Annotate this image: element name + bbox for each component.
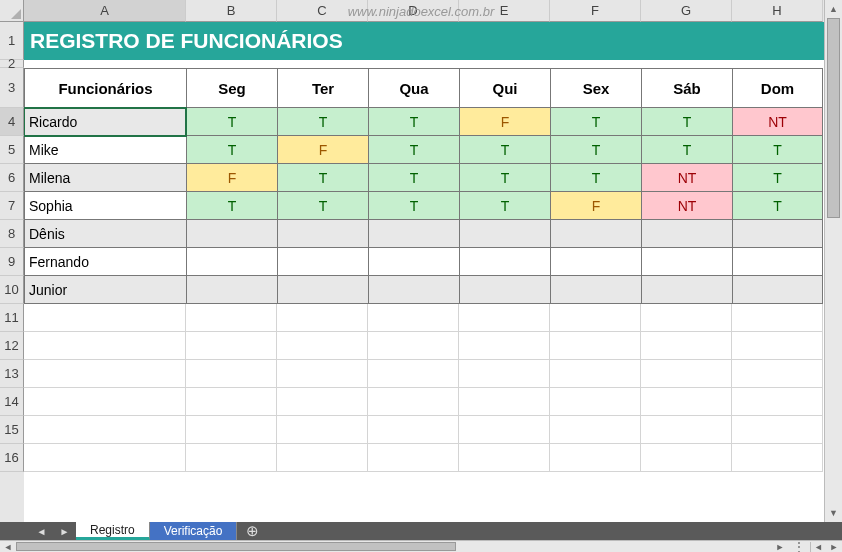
- empty-cell[interactable]: [368, 416, 459, 444]
- empty-cell[interactable]: [459, 388, 550, 416]
- data-cell[interactable]: T: [186, 108, 277, 136]
- empty-cell[interactable]: [277, 332, 368, 360]
- data-cell[interactable]: T: [459, 192, 550, 220]
- data-cell[interactable]: [459, 276, 550, 304]
- row-header-15[interactable]: 15: [0, 416, 24, 444]
- empty-cell[interactable]: [24, 360, 186, 388]
- data-cell[interactable]: T: [277, 108, 368, 136]
- empty-cell[interactable]: [186, 444, 277, 472]
- empty-cell[interactable]: [368, 332, 459, 360]
- data-cell[interactable]: [368, 220, 459, 248]
- scroll-end-arrow-icon[interactable]: ◄: [810, 542, 826, 552]
- empty-cell[interactable]: [277, 360, 368, 388]
- vertical-scroll-thumb[interactable]: [827, 18, 840, 218]
- employee-name-cell[interactable]: Junior: [24, 276, 186, 304]
- table-header-4[interactable]: Qui: [459, 68, 550, 108]
- column-header-B[interactable]: B: [186, 0, 277, 22]
- empty-cell[interactable]: [550, 388, 641, 416]
- data-cell[interactable]: [459, 248, 550, 276]
- scroll-right-arrow-icon[interactable]: ►: [772, 542, 788, 552]
- empty-cell[interactable]: [732, 444, 823, 472]
- data-cell[interactable]: T: [368, 108, 459, 136]
- empty-cell[interactable]: [24, 388, 186, 416]
- row-header-7[interactable]: 7: [0, 192, 24, 220]
- new-sheet-button[interactable]: ⊕: [237, 522, 267, 540]
- data-cell[interactable]: [277, 220, 368, 248]
- row-header-12[interactable]: 12: [0, 332, 24, 360]
- data-cell[interactable]: T: [277, 192, 368, 220]
- empty-cell[interactable]: [459, 360, 550, 388]
- row-header-4[interactable]: 4: [0, 108, 24, 136]
- empty-cell[interactable]: [732, 304, 823, 332]
- empty-cell[interactable]: [641, 360, 732, 388]
- data-cell[interactable]: [550, 220, 641, 248]
- empty-cell[interactable]: [186, 304, 277, 332]
- data-cell[interactable]: T: [732, 192, 823, 220]
- tab-prev-icon[interactable]: ◄: [37, 526, 47, 537]
- scroll-end2-arrow-icon[interactable]: ►: [826, 542, 842, 552]
- data-cell[interactable]: T: [732, 136, 823, 164]
- empty-cell[interactable]: [550, 304, 641, 332]
- row-header-8[interactable]: 8: [0, 220, 24, 248]
- data-cell[interactable]: [550, 276, 641, 304]
- data-cell[interactable]: [277, 276, 368, 304]
- row-header-13[interactable]: 13: [0, 360, 24, 388]
- employee-name-cell[interactable]: Fernando: [24, 248, 186, 276]
- data-cell[interactable]: [732, 276, 823, 304]
- vertical-scrollbar[interactable]: ▲ ▼: [824, 0, 842, 522]
- employee-name-cell[interactable]: Mike: [24, 136, 186, 164]
- empty-cell[interactable]: [277, 304, 368, 332]
- data-cell[interactable]: [368, 248, 459, 276]
- empty-cell[interactable]: [277, 416, 368, 444]
- table-header-2[interactable]: Ter: [277, 68, 368, 108]
- empty-cell[interactable]: [186, 360, 277, 388]
- column-header-F[interactable]: F: [550, 0, 641, 22]
- empty-cell[interactable]: [24, 304, 186, 332]
- sheet-tab-verificação[interactable]: Verificação: [150, 522, 238, 540]
- empty-cell[interactable]: [550, 360, 641, 388]
- data-cell[interactable]: F: [459, 108, 550, 136]
- empty-cell[interactable]: [732, 360, 823, 388]
- row-header-6[interactable]: 6: [0, 164, 24, 192]
- data-cell[interactable]: T: [459, 136, 550, 164]
- data-cell[interactable]: T: [368, 192, 459, 220]
- table-header-6[interactable]: Sáb: [641, 68, 732, 108]
- empty-cell[interactable]: [459, 304, 550, 332]
- table-header-7[interactable]: Dom: [732, 68, 823, 108]
- employee-name-cell[interactable]: Milena: [24, 164, 186, 192]
- empty-cell[interactable]: [368, 444, 459, 472]
- tab-nav-arrows[interactable]: ◄ ►: [30, 522, 76, 540]
- data-cell[interactable]: T: [550, 164, 641, 192]
- horizontal-scroll-thumb[interactable]: [16, 542, 456, 551]
- empty-cell[interactable]: [732, 332, 823, 360]
- horizontal-scrollbar[interactable]: ◄ ► ⋮ ◄ ►: [0, 540, 842, 552]
- scroll-up-arrow-icon[interactable]: ▲: [825, 0, 842, 18]
- data-cell[interactable]: NT: [641, 192, 732, 220]
- table-header-1[interactable]: Seg: [186, 68, 277, 108]
- empty-cell[interactable]: [732, 388, 823, 416]
- empty-cell[interactable]: [459, 444, 550, 472]
- data-cell[interactable]: [186, 248, 277, 276]
- data-cell[interactable]: [641, 276, 732, 304]
- data-cell[interactable]: T: [368, 164, 459, 192]
- row-header-3[interactable]: 3: [0, 68, 24, 108]
- empty-cell[interactable]: [24, 416, 186, 444]
- empty-cell[interactable]: [641, 332, 732, 360]
- data-cell[interactable]: [459, 220, 550, 248]
- row-header-9[interactable]: 9: [0, 248, 24, 276]
- sheet-tab-registro[interactable]: Registro: [76, 522, 150, 540]
- scroll-left-arrow-icon[interactable]: ◄: [0, 542, 16, 552]
- row-header-10[interactable]: 10: [0, 276, 24, 304]
- row-header-2[interactable]: 2: [0, 60, 24, 68]
- data-cell[interactable]: [368, 276, 459, 304]
- empty-cell[interactable]: [186, 388, 277, 416]
- data-cell[interactable]: F: [186, 164, 277, 192]
- data-cell[interactable]: F: [277, 136, 368, 164]
- data-cell[interactable]: T: [641, 136, 732, 164]
- empty-cell[interactable]: [732, 416, 823, 444]
- employee-name-cell[interactable]: Ricardo: [24, 108, 186, 136]
- data-cell[interactable]: [550, 248, 641, 276]
- data-cell[interactable]: [641, 248, 732, 276]
- row-header-1[interactable]: 1: [0, 22, 24, 60]
- data-cell[interactable]: [186, 220, 277, 248]
